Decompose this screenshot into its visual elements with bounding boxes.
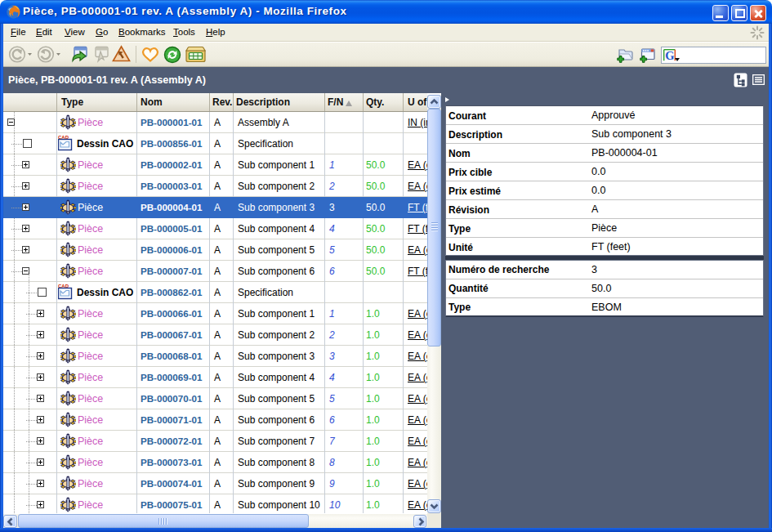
svg-text:CAD: CAD — [58, 135, 69, 140]
svg-text:CAD: CAD — [58, 284, 69, 288]
svg-text:G: G — [665, 49, 674, 62]
